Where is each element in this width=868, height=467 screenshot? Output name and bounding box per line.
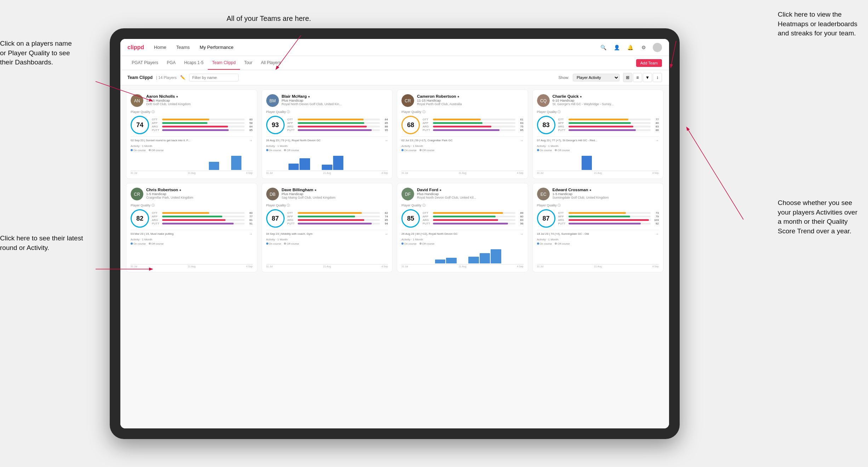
show-select[interactable]: Player Activity Quality Score Trend bbox=[573, 74, 619, 81]
quality-circle[interactable]: 87 bbox=[266, 209, 285, 228]
quality-circle[interactable]: 83 bbox=[537, 116, 555, 134]
quality-circle[interactable]: 82 bbox=[131, 209, 149, 228]
player-name[interactable]: David Ford ● bbox=[417, 188, 524, 192]
last-round[interactable]: 03 Mar 23 | 19, Must make putting → bbox=[131, 230, 253, 236]
quality-circle[interactable]: 85 bbox=[401, 209, 420, 228]
stat-label: ARG bbox=[558, 125, 567, 128]
tab-all-players[interactable]: All Players bbox=[257, 56, 285, 70]
stat-label: OTT bbox=[287, 118, 297, 121]
add-team-button[interactable]: Add Team bbox=[636, 59, 662, 67]
tab-tour[interactable]: Tour bbox=[240, 56, 257, 70]
stat-label: OTT bbox=[423, 211, 432, 215]
search-icon[interactable]: 🔍 bbox=[599, 43, 607, 52]
stat-row: PUTT 94 bbox=[287, 222, 388, 225]
notification-icon[interactable]: 🔔 bbox=[626, 43, 634, 52]
stat-row: PUTT 85 bbox=[152, 129, 253, 132]
quality-section[interactable]: 82 OTT 60 APP 77 ARG 81 PUTT 91 bbox=[131, 209, 253, 228]
stat-value: 63 bbox=[516, 121, 524, 125]
last-round[interactable]: 04 Sep 23 | Mobility with coach, Gym → bbox=[266, 230, 388, 236]
player-club: Craigmillar Park, United Kingdom bbox=[146, 196, 253, 199]
player-name[interactable]: Chris Robertson ● bbox=[146, 188, 253, 192]
tab-pgat[interactable]: PGAT Players bbox=[127, 56, 162, 70]
quality-section[interactable]: 83 OTT 77 APP 80 ARG 83 PUTT 86 bbox=[537, 116, 659, 134]
chart-bar bbox=[615, 170, 626, 170]
last-round[interactable]: 07 Aug 23 | 77 (+7), St George's Hill GC… bbox=[537, 136, 659, 142]
player-card[interactable]: CR Chris Robertson ● 1-5 Handicap Craigm… bbox=[126, 183, 257, 272]
chart-bar bbox=[626, 263, 637, 263]
stat-label: PUTT bbox=[287, 222, 297, 225]
grid-view-button[interactable]: ⊞ bbox=[623, 73, 632, 82]
last-round-text: 02 Jul 23 | 59 (+17), Craigmillar Park G… bbox=[401, 139, 520, 142]
tab-pga[interactable]: PGA bbox=[162, 56, 180, 70]
stat-row: OTT 82 bbox=[287, 211, 388, 215]
list-view-button[interactable]: ≡ bbox=[633, 73, 642, 82]
chart-labels: 31 Jul 21 Aug 4 Sep bbox=[266, 265, 388, 268]
filter-input[interactable] bbox=[189, 74, 239, 81]
mini-chart bbox=[537, 153, 659, 171]
quality-section[interactable]: 85 OTT 89 APP 80 ARG 83 PUTT 96 bbox=[401, 209, 524, 228]
player-card[interactable]: CQ Charlie Quick ● 6-10 Handicap St. Geo… bbox=[532, 90, 664, 179]
player-name[interactable]: Cameron Robertson ● bbox=[417, 94, 524, 98]
activity-legend: On course Off course bbox=[266, 149, 388, 152]
stat-value: 95 bbox=[381, 129, 388, 132]
tab-hcaps[interactable]: Hcaps 1-5 bbox=[180, 56, 208, 70]
chart-bar bbox=[570, 263, 581, 263]
stat-row: OTT 60 bbox=[152, 211, 253, 215]
stat-value: 81 bbox=[246, 218, 253, 222]
mini-chart bbox=[131, 247, 253, 264]
quality-circle[interactable]: 68 bbox=[401, 116, 420, 134]
player-card[interactable]: EC Edward Crossman ● 1-5 Handicap Sunnin… bbox=[532, 183, 664, 272]
nav-performance[interactable]: My Performance bbox=[198, 45, 235, 50]
player-info: David Ford ● Plus Handicap Royal North D… bbox=[417, 188, 524, 199]
nav-home[interactable]: Home bbox=[153, 45, 168, 50]
stat-row: ARG 81 bbox=[152, 218, 253, 222]
player-handicap: 6-10 Handicap bbox=[553, 98, 659, 102]
team-count: | 14 Players bbox=[156, 75, 177, 80]
player-card[interactable]: CR Cameron Robertson ● 11-15 Handicap Ro… bbox=[397, 90, 528, 179]
quality-section[interactable]: 87 OTT 73 APP 79 ARG 103 PUTT 92 bbox=[537, 209, 659, 228]
chart-bar bbox=[355, 263, 366, 263]
settings-icon[interactable]: ⚙ bbox=[639, 43, 648, 52]
player-card[interactable]: AN Aaron Nicholls ● 11-15 Handicap Drift… bbox=[126, 90, 257, 179]
chart-labels: 31 Jul 21 Aug 4 Sep bbox=[401, 172, 524, 174]
quality-circle[interactable]: 87 bbox=[537, 209, 555, 228]
last-round-text: 03 Mar 23 | 19, Must make putting bbox=[131, 232, 249, 235]
player-card[interactable]: DB Dave Billingham ● Plus Handicap Sag M… bbox=[262, 183, 393, 272]
quality-section[interactable]: 87 OTT 82 APP 74 ARG 85 PUTT 94 bbox=[266, 209, 388, 228]
edit-icon[interactable]: ✏️ bbox=[180, 75, 185, 80]
last-round[interactable]: 26 Aug 23 | 84 (+12), Royal North Devon … bbox=[401, 230, 524, 236]
stat-row: PUTT 95 bbox=[287, 129, 388, 132]
stat-bar-bg bbox=[569, 223, 651, 224]
quality-section[interactable]: 74 OTT 60 APP 58 ARG 84 PUTT 85 bbox=[131, 116, 253, 134]
chart-bar bbox=[446, 170, 457, 170]
sort-view-button[interactable]: ↕ bbox=[653, 73, 662, 82]
avatar[interactable] bbox=[653, 43, 662, 52]
last-round[interactable]: 02 Jul 23 | 59 (+17), Craigmillar Park G… bbox=[401, 136, 524, 142]
quality-circle[interactable]: 74 bbox=[131, 116, 149, 134]
activity-legend: On course Off course bbox=[401, 149, 524, 152]
filter-view-button[interactable]: ▼ bbox=[643, 73, 652, 82]
player-name[interactable]: Blair McHarg ● bbox=[282, 94, 388, 98]
last-round[interactable]: 26 Aug 23 | 73 (+1), Royal North Devon G… bbox=[266, 136, 388, 142]
nav-teams[interactable]: Teams bbox=[175, 45, 191, 50]
last-round[interactable]: 18 Jul 23 | 74 (+4), Sunningdale GC - Ol… bbox=[537, 230, 659, 236]
quality-section[interactable]: 93 OTT 84 APP 85 ARG 88 PUTT 95 bbox=[266, 116, 388, 134]
player-name[interactable]: Edward Crossman ● bbox=[553, 188, 659, 192]
player-name[interactable]: Charlie Quick ● bbox=[553, 94, 659, 98]
player-card[interactable]: DF David Ford ● Plus Handicap Royal Nort… bbox=[397, 183, 528, 272]
quality-circle[interactable]: 93 bbox=[266, 116, 285, 134]
player-card[interactable]: BM Blair McHarg ● Plus Handicap Royal No… bbox=[262, 90, 393, 179]
quality-section[interactable]: 68 OTT 61 APP 63 ARG 75 PUTT 85 bbox=[401, 116, 524, 134]
activity-legend: On course Off course bbox=[266, 242, 388, 245]
verified-icon: ● bbox=[580, 95, 582, 98]
chart-bar bbox=[593, 263, 603, 263]
last-round[interactable]: 02 Sep 23 | Sunset round to get back int… bbox=[131, 136, 253, 142]
user-icon[interactable]: 👤 bbox=[612, 43, 621, 52]
player-name[interactable]: Aaron Nicholls ● bbox=[146, 94, 253, 98]
mini-chart bbox=[266, 247, 388, 264]
stat-bar-bg bbox=[162, 129, 245, 131]
player-name[interactable]: Dave Billingham ● bbox=[282, 188, 388, 192]
tab-team-clippd[interactable]: Team Clippd bbox=[208, 56, 240, 70]
quality-label: Player Quality ⓘ bbox=[537, 110, 659, 114]
chart-bar bbox=[198, 263, 208, 263]
